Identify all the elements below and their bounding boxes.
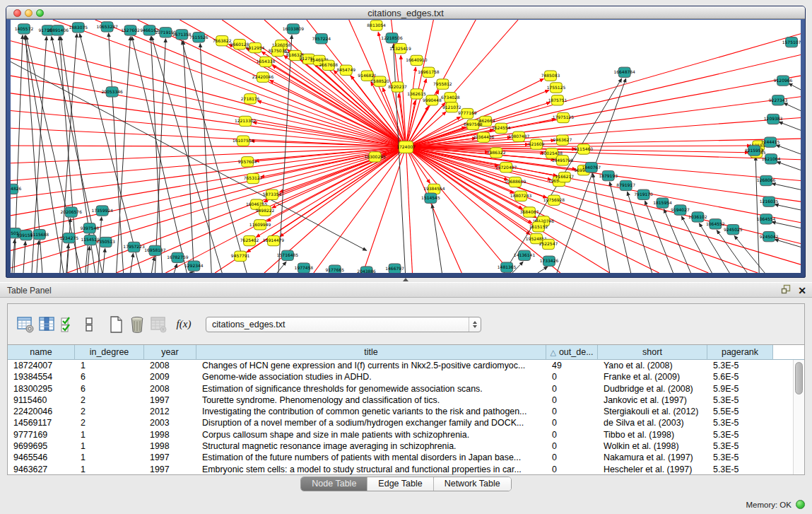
graph-node[interactable]: 1615152 — [529, 222, 548, 232]
graph-node[interactable]: 5873354 — [263, 189, 282, 199]
graph-node[interactable]: 1724007 — [396, 141, 416, 153]
graph-node[interactable]: 9498222 — [256, 206, 275, 216]
cell-out_de[interactable]: 0 — [546, 429, 598, 440]
select-stepper-icon[interactable] — [469, 317, 481, 332]
graph-node[interactable]: 12213302 — [235, 116, 257, 126]
table-row[interactable]: 1456911722003Disruption of a novel membe… — [8, 417, 793, 428]
cell-short[interactable]: Hescheler et al. (1997) — [598, 464, 707, 474]
cell-year[interactable]: 2009 — [144, 371, 196, 382]
graph-node[interactable]: 16648784 — [613, 67, 635, 77]
graph-node[interactable]: 3624554 — [492, 123, 511, 133]
cell-out_de[interactable]: 0 — [546, 383, 598, 395]
cell-year[interactable]: 2008 — [144, 360, 196, 371]
cell-pagerank[interactable]: 5.5E-5 — [707, 406, 773, 417]
cell-short[interactable]: Stergiakouli et al. (2012) — [598, 406, 707, 417]
graph-node[interactable]: 17359924 — [91, 206, 113, 216]
cell-year[interactable]: 2012 — [144, 406, 196, 417]
table-row[interactable]: 911546021997Tourette syndrome. Phenomeno… — [8, 395, 793, 406]
graph-node[interactable]: 2718176 — [241, 94, 260, 104]
graph-node[interactable]: 7485083 — [541, 71, 560, 81]
cell-short[interactable]: Dudbridge et al. (2008) — [598, 383, 707, 395]
cell-in_degree[interactable]: 6 — [75, 383, 144, 395]
cell-year[interactable]: 1998 — [144, 440, 196, 452]
graph-node[interactable]: 1879193 — [599, 170, 618, 180]
tab-edge-table[interactable]: Edge Table — [367, 477, 433, 491]
graph-node[interactable]: 7919170 — [634, 189, 653, 199]
cell-in_degree[interactable]: 2 — [75, 395, 144, 406]
graph-node[interactable]: 14136141 — [514, 250, 536, 260]
cell-out_de[interactable]: 0 — [546, 417, 598, 428]
graph-node[interactable]: 8791917 — [616, 180, 635, 190]
select-all-button[interactable] — [57, 314, 78, 335]
graph-node[interactable]: 6734028 — [441, 93, 460, 103]
cell-pagerank[interactable]: 5.3E-5 — [707, 452, 773, 463]
cell-title[interactable]: Estimation of significance thresholds fo… — [196, 383, 546, 395]
close-panel-icon[interactable]: ✕ — [798, 286, 806, 296]
splitter-handle-icon[interactable] — [403, 278, 408, 281]
graph-node[interactable]: 16107554 — [233, 136, 254, 146]
graph-node[interactable]: 10688609 — [505, 177, 526, 187]
cell-short[interactable]: Franke et al. (2009) — [598, 371, 707, 382]
graph-node[interactable]: 9177665 — [325, 265, 344, 273]
graph-node[interactable]: 1815954 — [653, 198, 672, 208]
table-row[interactable]: 1938455462009Genome-wide association stu… — [8, 371, 793, 382]
graph-node[interactable]: 7955812 — [433, 79, 452, 89]
column-header-in_degree[interactable]: in_degree — [75, 345, 144, 360]
function-builder-icon[interactable]: f(x) — [173, 314, 194, 335]
cell-year[interactable]: 2003 — [144, 417, 196, 428]
graph-node[interactable]: 1115688 — [30, 229, 49, 239]
cell-pagerank[interactable]: 5.3E-5 — [707, 464, 773, 474]
graph-node[interactable]: 1527602 — [121, 25, 140, 35]
tab-node-table[interactable]: Node Table — [301, 477, 367, 491]
graph-node[interactable]: 1621064 — [762, 154, 781, 164]
cell-title[interactable]: Embryonic stem cells: a model to study s… — [196, 464, 546, 474]
tab-network-table[interactable]: Network Table — [434, 477, 511, 491]
graph-node[interactable]: 1216035 — [760, 197, 779, 206]
graph-node[interactable]: 1292344 — [184, 261, 204, 271]
cell-name[interactable]: 19384554 — [8, 371, 75, 382]
graph-node[interactable]: 1514545 — [421, 193, 440, 203]
table-row[interactable]: 946554611997Estimation of the future num… — [8, 452, 793, 463]
cell-year[interactable]: 1997 — [144, 395, 196, 406]
graph-node[interactable]: 9245042 — [760, 231, 779, 241]
graph-node[interactable]: 2667608 — [319, 60, 339, 70]
cell-title[interactable]: Corpus callosum shape and size in male p… — [196, 429, 546, 440]
row-height-button[interactable] — [78, 314, 100, 335]
cell-title[interactable]: Genome-wide association studies in ADHD. — [196, 371, 546, 382]
graph-node[interactable]: 16958187 — [144, 245, 166, 255]
cell-year[interactable]: 1997 — [144, 452, 196, 463]
graph-node[interactable]: 1064554 — [757, 214, 776, 224]
graph-node[interactable]: 1481365 — [498, 262, 517, 272]
graph-node[interactable]: 7625402 — [240, 235, 259, 245]
graph-node[interactable]: 1234275 — [59, 233, 78, 243]
graph-node[interactable]: 7857224 — [312, 34, 331, 44]
cell-title[interactable]: Investigating the contribution of common… — [196, 406, 546, 417]
table-row[interactable]: 2242004622012Investigating the contribut… — [8, 406, 793, 417]
graph-node[interactable]: 9990448 — [423, 95, 442, 105]
graph-node[interactable]: 8175036 — [269, 46, 288, 56]
cell-name[interactable]: 18724007 — [8, 360, 75, 371]
table-row[interactable]: 1872400712008Changes of HCN gene express… — [8, 360, 793, 371]
cell-out_de[interactable]: 0 — [546, 371, 598, 382]
cell-year[interactable]: 1997 — [144, 464, 196, 474]
delete-button[interactable] — [126, 314, 148, 335]
cell-title[interactable]: Changes of HCN gene expression and I(f) … — [196, 360, 546, 371]
graph-node[interactable]: 9245025 — [724, 225, 743, 235]
graph-node[interactable]: 9194027 — [671, 205, 690, 215]
cell-name[interactable]: 18300295 — [8, 383, 75, 395]
network-table-select[interactable]: citations_edges.txt — [206, 317, 481, 332]
graph-node[interactable]: 1209383 — [764, 114, 783, 124]
cell-out_de[interactable]: 0 — [546, 395, 598, 406]
network-canvas[interactable]: 1226058 8175036 8186328 9127508 1546975 … — [11, 20, 801, 273]
cell-short[interactable]: Yano et al. (2008) — [598, 360, 707, 371]
graph-node[interactable]: 7515526 — [189, 33, 208, 42]
cell-out_de[interactable]: 49 — [546, 360, 598, 371]
cell-short[interactable]: de Silva et al. (2003) — [598, 417, 707, 428]
graph-node[interactable]: 2043886 — [357, 267, 376, 273]
graph-node[interactable]: 1036102 — [688, 212, 707, 222]
cell-in_degree[interactable]: 1 — [75, 464, 144, 474]
column-header-short[interactable]: short — [598, 345, 707, 360]
graph-node[interactable]: 1575107 — [782, 37, 801, 47]
graph-node[interactable]: 18807243 — [510, 191, 532, 201]
cell-short[interactable]: Nakamura et al. (1997) — [598, 452, 707, 463]
